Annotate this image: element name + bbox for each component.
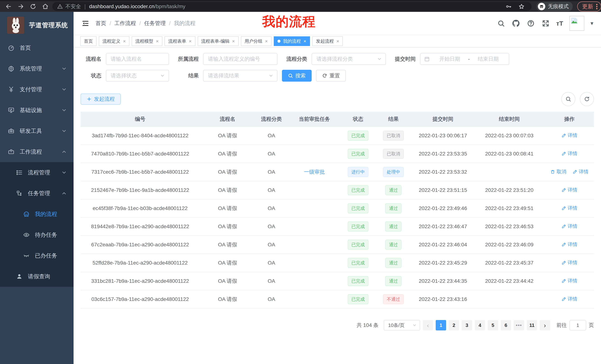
search-icon[interactable] bbox=[497, 19, 505, 28]
close-icon[interactable]: × bbox=[303, 39, 306, 44]
sidebar-item-system[interactable]: 系统管理 bbox=[0, 58, 74, 79]
detail-link[interactable]: 详情 bbox=[561, 150, 577, 157]
tab-user-group[interactable]: 用户分组× bbox=[241, 36, 271, 46]
result-select[interactable]: 请选择流结果 bbox=[203, 70, 278, 82]
url-text[interactable]: dashboard.yudao.iocoder.cn/bpm/task/my bbox=[89, 3, 185, 10]
start-process-button[interactable]: 发起流程 bbox=[80, 94, 121, 105]
caret-down-icon[interactable]: ▼ bbox=[590, 21, 594, 26]
fullscreen-icon[interactable] bbox=[541, 19, 550, 28]
github-icon[interactable] bbox=[512, 19, 520, 28]
detail-link[interactable]: 详情 bbox=[573, 168, 589, 175]
detail-link[interactable]: 详情 bbox=[561, 205, 577, 211]
tab-process-definition[interactable]: 流程定义× bbox=[99, 36, 130, 46]
sidebar-item-leave-query[interactable]: 请假查询 bbox=[0, 266, 74, 287]
refresh-table-button[interactable] bbox=[580, 92, 594, 106]
next-page-button[interactable]: › bbox=[540, 320, 550, 330]
breadcrumb-workflow[interactable]: 工作流程 bbox=[114, 20, 136, 27]
page-button-4[interactable]: 4 bbox=[475, 320, 485, 330]
status-badge: 已完成 bbox=[348, 294, 369, 304]
app-logo[interactable]: 芋道管理系统 bbox=[0, 12, 74, 38]
end-date-placeholder[interactable]: 结束日期 bbox=[471, 56, 505, 63]
table-row: ec45f38f-7b9a-11ec-b03b-acde48001122 OA … bbox=[80, 199, 594, 217]
sidebar-item-my-process[interactable]: 我的流程 bbox=[0, 204, 74, 224]
sidebar-item-todo-task[interactable]: 待办任务 bbox=[0, 224, 74, 245]
current-task-link[interactable]: 一级审批 bbox=[304, 168, 325, 175]
browser-update-button[interactable]: 更新 bbox=[577, 1, 601, 11]
process-name-input[interactable] bbox=[111, 56, 164, 62]
sidebar-item-workflow[interactable]: 工作流程 bbox=[0, 141, 74, 162]
sidebar-item-task-mgmt[interactable]: 任务管理 bbox=[0, 183, 74, 204]
status-select[interactable]: 请选择状态 bbox=[106, 70, 169, 82]
more-pages-button[interactable]: ••• bbox=[514, 320, 524, 330]
browser-menu-icon[interactable] bbox=[596, 3, 598, 10]
process-definition-input[interactable] bbox=[208, 56, 273, 62]
col-actions: 操作 bbox=[545, 112, 594, 126]
page-button-1[interactable]: 1 bbox=[436, 320, 446, 330]
font-size-icon[interactable]: ᴛT bbox=[556, 20, 563, 27]
security-label[interactable]: 不安全 bbox=[65, 3, 81, 10]
detail-link[interactable]: 详情 bbox=[561, 259, 577, 266]
browser-reload-icon[interactable] bbox=[28, 2, 38, 10]
calendar-icon bbox=[424, 56, 430, 62]
close-icon[interactable]: × bbox=[189, 39, 191, 44]
browser-home-icon[interactable] bbox=[40, 2, 50, 10]
detail-link[interactable]: 详情 bbox=[561, 223, 577, 230]
password-key-icon[interactable] bbox=[503, 2, 514, 10]
security-warning-icon[interactable] bbox=[57, 4, 63, 9]
close-icon[interactable]: × bbox=[156, 39, 159, 44]
close-icon[interactable]: × bbox=[232, 39, 235, 44]
page-button-5[interactable]: 5 bbox=[488, 320, 498, 330]
sidebar-item-home[interactable]: 首页 bbox=[0, 38, 74, 58]
detail-link[interactable]: 详情 bbox=[561, 296, 577, 302]
sidebar-item-done-task[interactable]: 已办任务 bbox=[0, 245, 74, 266]
submit-time-range-picker[interactable]: 开始日期 - 结束日期 bbox=[420, 53, 509, 65]
page-button-3[interactable]: 3 bbox=[462, 320, 472, 330]
bookmark-star-icon[interactable] bbox=[516, 2, 527, 10]
table-row: 3ad174fb-7b9d-11ec-8404-acde48001122 OA … bbox=[80, 126, 594, 145]
page-button-11[interactable]: 11 bbox=[527, 320, 537, 330]
tab-my-process[interactable]: 我的流程× bbox=[274, 36, 310, 46]
detail-link[interactable]: 详情 bbox=[561, 132, 577, 139]
page-button-2[interactable]: 2 bbox=[449, 320, 459, 330]
detail-link[interactable]: 详情 bbox=[561, 241, 577, 248]
sidebar-fold-icon[interactable] bbox=[80, 18, 91, 29]
reset-button[interactable]: 重置 bbox=[316, 70, 346, 82]
start-date-placeholder[interactable]: 开始日期 bbox=[433, 56, 467, 63]
help-icon[interactable] bbox=[527, 19, 535, 28]
sidebar-item-process-mgmt[interactable]: 流程管理 bbox=[0, 162, 74, 183]
goto-page-input[interactable] bbox=[570, 320, 586, 330]
tab-process-model[interactable]: 流程模型× bbox=[132, 36, 162, 46]
tab-start-process[interactable]: 发起流程× bbox=[312, 36, 343, 46]
browser-forward-icon[interactable] bbox=[16, 2, 26, 10]
close-icon[interactable]: × bbox=[123, 39, 126, 44]
page-button-6[interactable]: 6 bbox=[501, 320, 511, 330]
chevron-down-icon bbox=[61, 107, 67, 113]
page-size-select[interactable]: 10条/页 bbox=[384, 320, 420, 330]
sidebar-item-infra[interactable]: 基础设施 bbox=[0, 100, 74, 121]
detail-link[interactable]: 详情 bbox=[561, 278, 577, 284]
plus-icon bbox=[87, 96, 92, 102]
sidebar-item-pay[interactable]: 支付管理 bbox=[0, 79, 74, 100]
pagination-total: 共 104 条 bbox=[357, 322, 379, 329]
close-icon[interactable]: × bbox=[265, 39, 268, 44]
address-bar[interactable]: 不安全 | dashboard.yudao.iocoder.cn/bpm/tas… bbox=[52, 2, 531, 11]
search-button[interactable]: 搜索 bbox=[282, 70, 312, 82]
close-icon[interactable]: × bbox=[336, 39, 339, 44]
tab-home[interactable]: 首页 bbox=[80, 36, 97, 46]
incognito-icon bbox=[538, 3, 545, 10]
table-row: 67c2eaab-7b9a-11ec-a290-acde48001122 OA … bbox=[80, 236, 594, 254]
avatar[interactable] bbox=[570, 16, 584, 31]
toggle-search-button[interactable] bbox=[561, 92, 575, 106]
sidebar-item-dev[interactable]: 研发工具 bbox=[0, 121, 74, 141]
prev-page-button[interactable]: ‹ bbox=[423, 320, 433, 330]
cancel-link[interactable]: 取消 bbox=[550, 168, 566, 175]
tab-process-form[interactable]: 流程表单× bbox=[165, 36, 195, 46]
detail-link[interactable]: 详情 bbox=[561, 187, 577, 193]
browser-back-icon[interactable] bbox=[3, 2, 14, 10]
gear-icon bbox=[7, 65, 15, 72]
breadcrumb-home[interactable]: 首页 bbox=[95, 20, 106, 27]
tab-process-form-edit[interactable]: 流程表单-编辑× bbox=[198, 36, 239, 46]
breadcrumb-task-mgmt[interactable]: 任务管理 bbox=[144, 20, 166, 27]
process-category-select[interactable]: 请选择流程分类 bbox=[312, 53, 386, 65]
status-badge: 已完成 bbox=[348, 203, 369, 213]
